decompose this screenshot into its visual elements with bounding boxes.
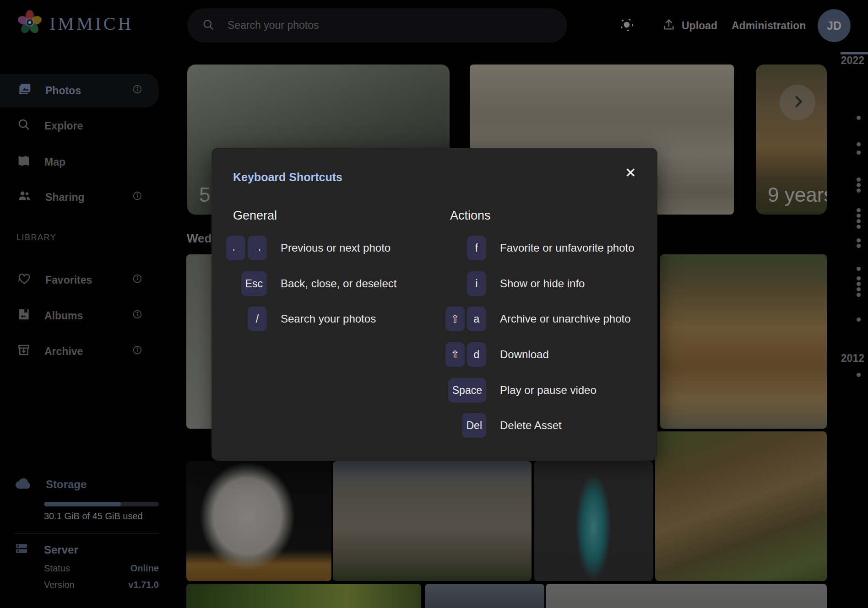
modal-title: Keyboard Shortcuts [233,171,342,184]
shortcut-row: Esc Back, close, or deselect [212,271,396,296]
shortcut-keys: / [212,307,267,331]
keycap-arrow-left: ← [226,236,245,260]
section-heading-general: General [233,209,277,223]
shortcut-desc: Show or hide info [500,277,585,290]
shortcut-desc: Delete Asset [500,419,562,432]
shortcut-row: ← → Previous or next photo [212,236,391,260]
shortcut-keys: f [422,236,486,260]
shortcut-keys: ⇧ d [422,342,486,367]
close-icon[interactable]: ✕ [625,166,636,180]
keycap-space: Space [448,378,486,403]
shortcut-keys: Space [422,378,486,403]
keycap-shift: ⇧ [445,307,465,331]
shortcut-row: Del Delete Asset [422,413,562,438]
keycap-i: i [467,271,486,296]
keycap-shift: ⇧ [445,342,465,367]
shortcut-desc: Back, close, or deselect [281,277,396,290]
shortcut-row: f Favorite or unfavorite photo [422,236,635,260]
shortcut-desc: Download [500,348,549,361]
keycap-slash: / [248,307,267,331]
shortcut-desc: Previous or next photo [281,242,391,254]
section-heading-actions: Actions [450,209,491,223]
shortcut-desc: Search your photos [281,312,376,325]
shortcut-row: ⇧ a Archive or unarchive photo [422,307,631,331]
keyboard-shortcuts-modal: Keyboard Shortcuts ✕ General Actions ← →… [212,148,657,461]
keycap-del: Del [462,413,486,438]
shortcut-desc: Play or pause video [500,384,597,397]
immich-app: IMMICH [0,0,868,608]
shortcut-keys: Del [422,413,486,438]
shortcut-keys: ← → [212,236,267,260]
keycap-d: d [467,342,486,367]
shortcut-keys: Esc [212,271,267,296]
shortcut-desc: Archive or unarchive photo [500,312,631,325]
shortcut-row: Space Play or pause video [422,378,597,403]
shortcut-desc: Favorite or unfavorite photo [500,242,635,254]
shortcut-row: ⇧ d Download [422,342,549,367]
keycap-arrow-right: → [248,236,267,260]
shortcut-row: / Search your photos [212,307,376,331]
keycap-a: a [467,307,486,331]
shortcut-keys: ⇧ a [422,307,486,331]
keycap-esc: Esc [241,271,267,296]
shortcut-row: i Show or hide info [422,271,585,296]
shortcut-keys: i [422,271,486,296]
keycap-f: f [467,236,486,260]
